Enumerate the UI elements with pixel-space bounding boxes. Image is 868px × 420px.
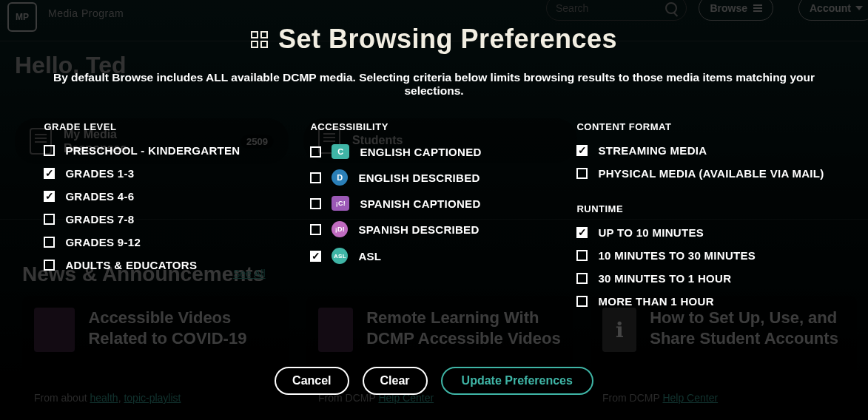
option-label: PHYSICAL MEDIA (AVAILABLE VIA MAIL): [598, 167, 824, 180]
accessibility-column: ACCESSIBILITY CENGLISH CAPTIONEDDENGLISH…: [310, 121, 532, 318]
modal-title: Set Browsing Preferences: [278, 24, 617, 55]
option-label: MORE THAN 1 HOUR: [598, 295, 713, 308]
accessibility-badge-icon: ASL: [332, 248, 348, 264]
grid-icon: [251, 31, 268, 48]
accessibility-badge-icon: ¡C!: [332, 196, 349, 211]
checkbox[interactable]: [44, 260, 55, 271]
option-label: SPANISH CAPTIONED: [360, 197, 480, 210]
checkbox-option[interactable]: 30 MINUTES TO 1 HOUR: [576, 272, 824, 285]
checkbox-option[interactable]: STREAMING MEDIA: [576, 144, 824, 157]
checkbox-option[interactable]: ASLASL: [310, 248, 532, 264]
option-label: 10 MINUTES TO 30 MINUTES: [598, 249, 756, 262]
accessibility-badge-icon: ¡D!: [332, 221, 348, 237]
option-label: UP TO 10 MINUTES: [598, 226, 704, 239]
checkbox-option[interactable]: 10 MINUTES TO 30 MINUTES: [576, 249, 824, 262]
checkbox-option[interactable]: UP TO 10 MINUTES: [576, 226, 824, 239]
checkbox-option[interactable]: GRADES 1-3: [44, 167, 266, 180]
checkbox[interactable]: [576, 273, 588, 284]
checkbox[interactable]: [44, 145, 55, 156]
checkbox[interactable]: [310, 251, 321, 262]
grade-level-column: GRADE LEVEL PRESCHOOL - KINDERGARTENGRAD…: [44, 121, 266, 318]
option-label: 30 MINUTES TO 1 HOUR: [598, 272, 731, 285]
option-label: ADULTS & EDUCATORS: [65, 259, 197, 271]
option-label: GRADES 1-3: [65, 167, 134, 180]
option-label: ENGLISH DESCRIBED: [358, 172, 480, 184]
option-label: GRADES 7-8: [65, 213, 134, 226]
checkbox-option[interactable]: DENGLISH DESCRIBED: [310, 169, 532, 186]
checkbox-option[interactable]: GRADES 7-8: [44, 213, 266, 226]
option-label: ASL: [358, 250, 381, 262]
accessibility-badge-icon: D: [332, 169, 348, 186]
checkbox-option[interactable]: ¡D!SPANISH DESCRIBED: [310, 221, 532, 237]
option-label: SPANISH DESCRIBED: [358, 223, 479, 236]
checkbox[interactable]: [310, 224, 321, 235]
checkbox[interactable]: [576, 250, 588, 261]
format-runtime-column: CONTENT FORMAT STREAMING MEDIAPHYSICAL M…: [576, 121, 824, 318]
grade-level-heading: GRADE LEVEL: [44, 121, 266, 132]
update-preferences-button[interactable]: Update Preferences: [441, 367, 593, 395]
checkbox[interactable]: [44, 168, 55, 179]
checkbox[interactable]: [44, 214, 55, 225]
checkbox[interactable]: [576, 145, 588, 156]
checkbox[interactable]: [310, 146, 321, 158]
content-format-heading: CONTENT FORMAT: [576, 121, 824, 132]
checkbox-option[interactable]: MORE THAN 1 HOUR: [576, 295, 824, 308]
accessibility-heading: ACCESSIBILITY: [310, 121, 532, 132]
checkbox[interactable]: [576, 168, 588, 179]
checkbox-option[interactable]: ¡C!SPANISH CAPTIONED: [310, 196, 532, 211]
accessibility-badge-icon: C: [332, 144, 349, 159]
checkbox-option[interactable]: CENGLISH CAPTIONED: [310, 144, 532, 159]
modal-button-row: Cancel Clear Update Preferences: [0, 367, 868, 395]
modal-description: By default Browse includes ALL available…: [27, 71, 841, 98]
option-label: PRESCHOOL - KINDERGARTEN: [65, 144, 240, 157]
checkbox-option[interactable]: PHYSICAL MEDIA (AVAILABLE VIA MAIL): [576, 167, 824, 180]
checkbox-option[interactable]: ADULTS & EDUCATORS: [44, 259, 266, 271]
clear-button[interactable]: Clear: [363, 367, 428, 395]
cancel-button[interactable]: Cancel: [275, 367, 349, 395]
checkbox[interactable]: [310, 198, 321, 209]
preferences-modal: Set Browsing Preferences By default Brow…: [0, 0, 868, 420]
checkbox-option[interactable]: PRESCHOOL - KINDERGARTEN: [44, 144, 266, 157]
runtime-heading: RUNTIME: [576, 203, 824, 214]
option-label: GRADES 4-6: [65, 190, 134, 203]
checkbox[interactable]: [576, 227, 588, 238]
checkbox[interactable]: [576, 296, 588, 307]
option-label: GRADES 9-12: [65, 236, 141, 248]
checkbox[interactable]: [44, 191, 55, 202]
option-label: STREAMING MEDIA: [598, 144, 707, 157]
checkbox-option[interactable]: GRADES 9-12: [44, 236, 266, 248]
checkbox[interactable]: [310, 172, 321, 183]
checkbox[interactable]: [44, 237, 55, 248]
checkbox-option[interactable]: GRADES 4-6: [44, 190, 266, 203]
option-label: ENGLISH CAPTIONED: [360, 146, 481, 158]
